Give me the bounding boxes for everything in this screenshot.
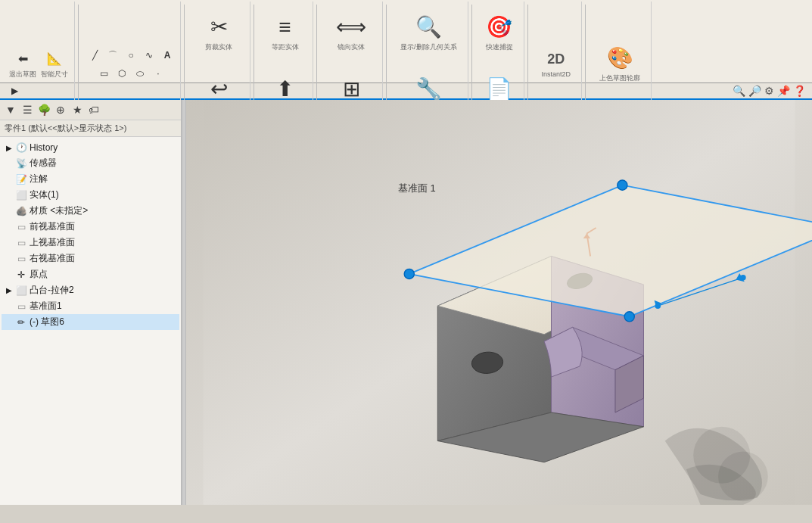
polygon-btn[interactable]: ⬡ (114, 65, 130, 82)
viewport-3d[interactable]: 基准面 1 (186, 100, 812, 505)
trim-icon: ✂ (210, 14, 228, 39)
tree-item-annotation[interactable]: 📝 注解 (2, 171, 179, 187)
instant2d-label: Instant2D (542, 70, 571, 78)
toolbar-area: ⬅ 退出草图 📐 智能尺寸 ╱ ⌒ ○ (0, 0, 812, 83)
instant2d-btn[interactable]: 2D Instant2D (536, 34, 577, 95)
show-delete-icon: 🔍 (415, 14, 442, 39)
left-panel: ▼ ☰ 🌳 ⊕ ★ 🏷 零件1 (默认<<默认>显示状态 1>) ▶ 🕐 His… (0, 100, 182, 505)
draw-row2: ▭ ⬡ ⬭ · (95, 65, 166, 82)
tree-item-history[interactable]: ▶ 🕐 History (2, 140, 179, 155)
pin-icon[interactable]: 📌 (777, 85, 790, 97)
plane-label: 基准面 1 (398, 182, 436, 195)
crosshair-btn[interactable]: ⊕ (53, 102, 68, 117)
spline-icon: ∿ (142, 48, 156, 62)
mirror-btn[interactable]: ⟺ 镜向实体 (330, 3, 372, 64)
exit-label: 退出草图 (9, 70, 36, 79)
solid-icon: ⬜ (15, 189, 27, 201)
feature-tree-header: 零件1 (默认<<默认>显示状态 1>) (0, 120, 181, 137)
boss-label: 凸台-拉伸2 (30, 284, 74, 297)
expand-icon-front (5, 223, 14, 232)
tab2-item[interactable]: ▶ (3, 83, 26, 98)
mirror-label: 镜向实体 (338, 42, 365, 52)
ellipse-btn[interactable]: ⬭ (132, 65, 148, 82)
smart-dim-label: 智能尺寸 (41, 70, 68, 79)
feature-tree[interactable]: ▶ 🕐 History 📡 传感器 📝 注解 ⬜ 实体(1) (0, 137, 181, 505)
tree-item-sensor[interactable]: 📡 传感器 (2, 155, 179, 171)
origin-icon: ✛ (15, 269, 27, 281)
show-delete-btn[interactable]: 🔍 显示/删除几何关系 (394, 3, 463, 64)
expand-icon-annotation (5, 175, 14, 184)
tree-item-top-plane[interactable]: ▭ 上视基准面 (2, 235, 179, 251)
tree-item-sketch6[interactable]: ✏ (-) 草图6 (2, 314, 179, 330)
tree-item-origin[interactable]: ✛ 原点 (2, 266, 179, 282)
tree-item-plane1[interactable]: ▭ 基准面1 (2, 298, 179, 314)
history-icon: 🕐 (15, 142, 27, 154)
line-btn[interactable]: ╱ (86, 47, 103, 64)
tag-btn[interactable]: 🏷 (86, 102, 101, 117)
tree-header-label: 零件1 (默认<<默认>显示状态 1>) (5, 123, 126, 132)
sensor-icon: 📡 (15, 157, 27, 170)
list-btn[interactable]: ☰ (20, 102, 35, 117)
sketch6-label: (-) 草图6 (30, 316, 64, 328)
expand-icon-plane1 (5, 302, 14, 311)
svg-point-19 (624, 312, 634, 322)
offset-label: 等距实体 (272, 42, 299, 52)
expand-icon-top (5, 238, 14, 247)
text-icon: A (160, 48, 174, 62)
search-icon[interactable]: 🔍 (733, 85, 745, 97)
surface-icon: ⬆ (276, 76, 294, 101)
quick-snap-icon: 🎯 (486, 14, 512, 39)
smart-dimension-btn[interactable]: 📐 智能尺寸 (39, 48, 70, 81)
plane-label-text: 基准面 1 (398, 182, 436, 194)
quick-snap-btn[interactable]: 🎯 快速捕捉 (480, 3, 519, 64)
circle-btn[interactable]: ○ (123, 47, 139, 64)
filter-btn[interactable]: ▼ (3, 102, 18, 117)
star-btn[interactable]: ★ (70, 102, 85, 117)
plane1-icon: ▭ (15, 300, 27, 313)
expand-icon-history: ▶ (5, 143, 14, 152)
tree-item-solid[interactable]: ⬜ 实体(1) (2, 187, 179, 203)
mirror-icon: ⟺ (336, 14, 366, 39)
rect-btn[interactable]: ▭ (95, 65, 112, 82)
exit-sketch-btn[interactable]: ⬅ 退出草图 (8, 48, 38, 81)
spline-btn[interactable]: ∿ (141, 47, 157, 64)
tree-item-material[interactable]: 🪨 材质 <未指定> (2, 203, 179, 219)
arc-btn[interactable]: ⌒ (104, 47, 121, 64)
material-icon: 🪨 (15, 205, 27, 217)
zoom-icon[interactable]: 🔎 (748, 85, 761, 97)
help-icon[interactable]: ❓ (793, 85, 806, 97)
offset-btn[interactable]: ≡ 等距实体 (266, 3, 305, 64)
array-icon: ⊞ (343, 76, 360, 101)
right-plane-label: 右视基准面 (30, 252, 75, 265)
svg-point-17 (618, 180, 627, 190)
model-svg (186, 100, 812, 505)
top-plane-label: 上视基准面 (30, 236, 75, 249)
expand-icon-sensor (5, 159, 14, 168)
trim-btn[interactable]: ✂ 剪裁实体 (199, 3, 238, 64)
repair-icon: 🔧 (415, 76, 442, 101)
tree-item-right-plane[interactable]: ▭ 右视基准面 (2, 251, 179, 266)
color-sketch-icon: 🎨 (607, 45, 633, 70)
solid-label: 实体(1) (30, 188, 59, 201)
smart-dim-icon: 📐 (45, 50, 64, 68)
color-sketch-btn[interactable]: 🎨 上色草图轮廓 (593, 34, 646, 95)
tree-item-front-plane[interactable]: ▭ 前视基准面 (2, 219, 179, 235)
expand-icon-boss: ▶ (5, 286, 14, 295)
annotation-icon: 📝 (15, 173, 27, 185)
exit-icon: ⬅ (14, 50, 32, 68)
tree-item-boss-extrude[interactable]: ▶ ⬜ 凸台-拉伸2 (2, 282, 179, 298)
sensor-label: 传感器 (30, 157, 57, 170)
point-icon: · (151, 67, 165, 80)
right-plane-icon: ▭ (15, 253, 27, 265)
settings-icon[interactable]: ⚙ (764, 85, 774, 97)
front-plane-label: 前视基准面 (30, 220, 75, 233)
polygon-icon: ⬡ (115, 67, 129, 80)
tree-btn[interactable]: 🌳 (36, 102, 51, 117)
left-toolbar: ▼ ☰ 🌳 ⊕ ★ 🏷 (0, 100, 181, 120)
circle-icon: ○ (124, 48, 138, 62)
point-btn[interactable]: · (150, 65, 166, 82)
boss-icon: ⬜ (15, 285, 27, 297)
text-btn[interactable]: A (159, 47, 176, 64)
top-plane-icon: ▭ (15, 237, 27, 249)
quick-snap-label: 快速捕捉 (486, 42, 513, 52)
